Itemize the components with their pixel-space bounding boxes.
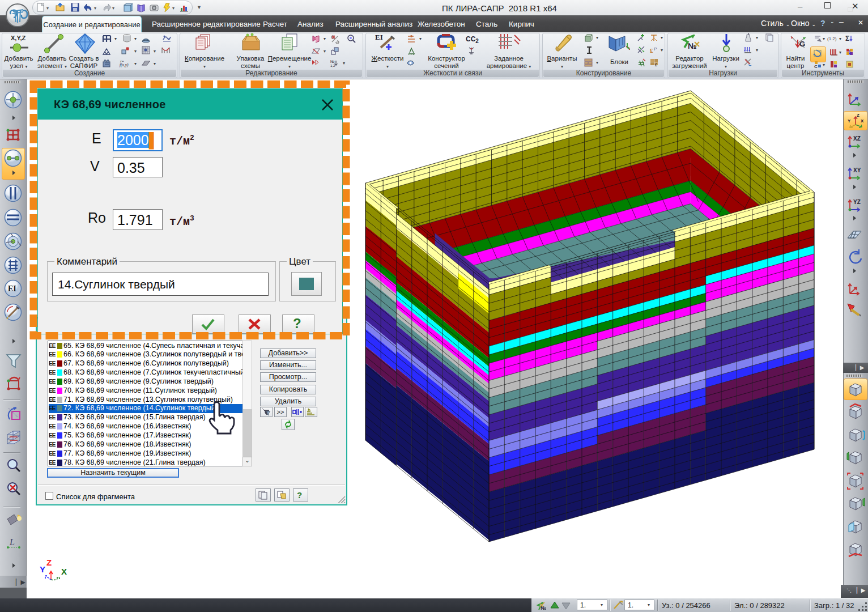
svg-text:X: X xyxy=(861,118,864,124)
svg-text:P: P xyxy=(654,46,657,52)
svg-text:₤: ₤ xyxy=(650,47,653,54)
svg-text:f(x,y): f(x,y) xyxy=(120,62,129,67)
svg-text:Y: Y xyxy=(40,564,45,574)
svg-text:Z: Z xyxy=(857,113,860,118)
svg-text:№: № xyxy=(330,60,335,63)
svg-text:Y: Y xyxy=(848,118,851,124)
svg-text:C: C xyxy=(814,64,818,69)
svg-text:EI: EI xyxy=(375,33,383,41)
svg-text:1,2: 1,2 xyxy=(330,64,335,67)
svg-text:£: £ xyxy=(655,63,657,67)
svg-text:XY: XY xyxy=(853,167,861,173)
svg-text:X,Y,Z: X,Y,Z xyxy=(11,35,26,41)
svg-text:YZ: YZ xyxy=(853,199,861,205)
svg-text:L: L xyxy=(9,537,15,547)
svg-text:EI: EI xyxy=(8,284,16,293)
svg-text:G: G xyxy=(799,40,805,48)
svg-text:Σ: Σ xyxy=(845,35,849,42)
svg-text:(1.2): (1.2) xyxy=(827,36,837,41)
svg-text:№: № xyxy=(541,605,546,610)
svg-text:Z: Z xyxy=(46,558,52,567)
svg-text:X: X xyxy=(61,567,67,576)
svg-text:XZ: XZ xyxy=(853,135,861,142)
